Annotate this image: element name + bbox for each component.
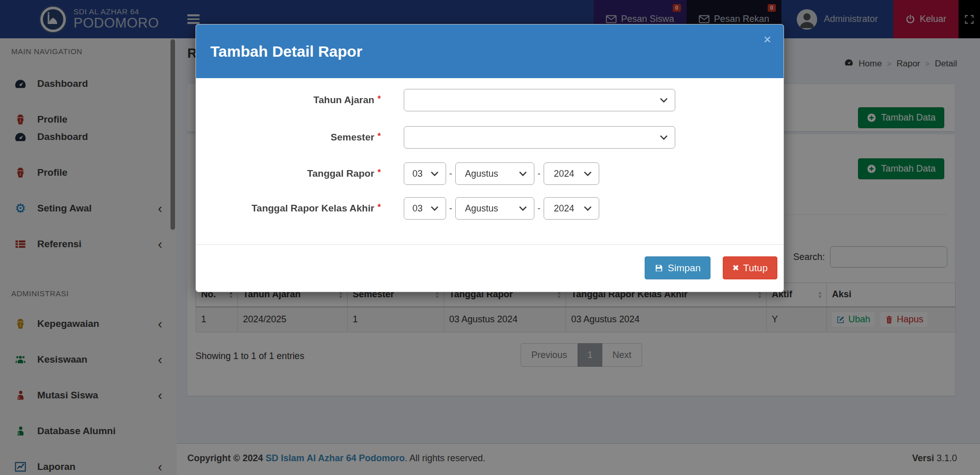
chevron-down-icon	[584, 171, 592, 176]
required-asterisk: *	[377, 94, 381, 104]
tahun-ajaran-label: Tahun Ajaran*	[196, 94, 381, 106]
date-separator: -	[449, 169, 452, 179]
chevron-down-icon	[660, 135, 668, 140]
chevron-down-icon	[431, 206, 438, 211]
required-asterisk: *	[377, 131, 381, 141]
tanggal-rapor-kelas-akhir-month-select[interactable]: Agustus	[455, 197, 534, 220]
floppy-icon	[654, 264, 664, 273]
date-separator: -	[449, 203, 452, 214]
chevron-down-icon	[660, 98, 668, 103]
modal-body: Tahun Ajaran* Semester* Tanggal Rapor*	[196, 78, 783, 244]
tanggal-rapor-year-select[interactable]: 2024	[544, 162, 599, 185]
chevron-down-icon	[431, 171, 438, 176]
chevron-down-icon	[519, 171, 527, 176]
modal-header: Tambah Detail Rapor ×	[196, 25, 783, 78]
tanggal-rapor-day-select[interactable]: 03	[404, 162, 446, 185]
tanggal-rapor-month-select[interactable]: Agustus	[455, 162, 534, 185]
modal-footer: Simpan ✖ Tutup	[196, 244, 783, 292]
tanggal-rapor-kelas-akhir-day-select[interactable]: 03	[404, 197, 446, 220]
tambah-detail-rapor-modal: Tambah Detail Rapor × Tahun Ajaran* Seme…	[195, 24, 784, 292]
semester-label: Semester*	[196, 132, 381, 143]
close-icon[interactable]: ×	[764, 32, 771, 48]
date-separator: -	[537, 169, 541, 179]
close-button[interactable]: ✖ Tutup	[723, 256, 777, 279]
chevron-down-icon	[584, 206, 592, 211]
tanggal-rapor-label: Tanggal Rapor*	[196, 168, 381, 179]
tahun-ajaran-select[interactable]	[404, 89, 675, 111]
x-icon: ✖	[732, 263, 739, 273]
required-asterisk: *	[377, 202, 381, 212]
tanggal-rapor-kelas-akhir-label: Tanggal Rapor Kelas Akhir*	[196, 203, 381, 214]
save-button[interactable]: Simpan	[645, 256, 710, 279]
chevron-down-icon	[519, 206, 527, 211]
modal-title: Tambah Detail Rapor	[210, 43, 362, 60]
tanggal-rapor-kelas-akhir-year-select[interactable]: 2024	[544, 197, 599, 220]
semester-select[interactable]	[404, 126, 675, 149]
date-separator: -	[537, 203, 541, 214]
required-asterisk: *	[377, 168, 381, 177]
